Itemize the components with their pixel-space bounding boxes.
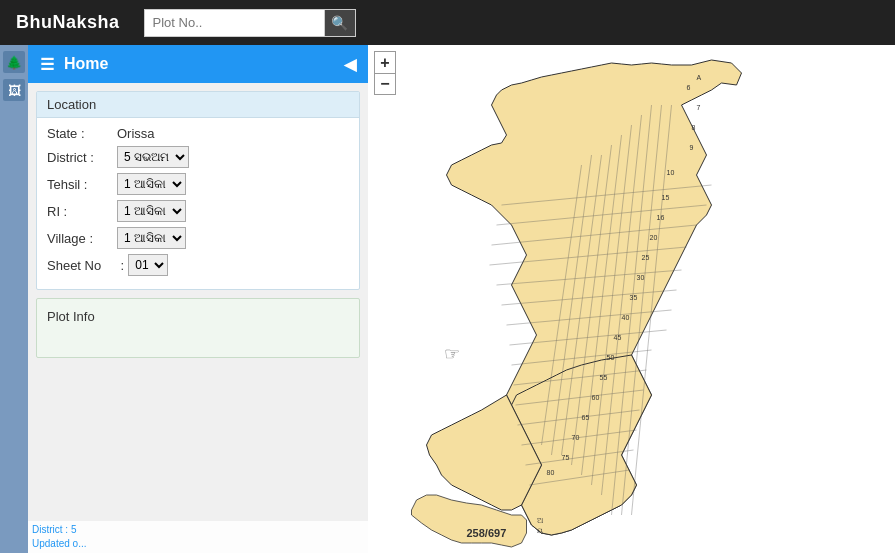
ri-row: RI : 1 ଆସିକା <box>47 200 349 222</box>
sidebar-header[interactable]: ☰ Home ◀ <box>28 45 368 83</box>
sidebar-title: Home <box>64 55 344 73</box>
map-canvas: A 6 7 8 9 96 10 15 16 20 25 30 35 40 <box>368 45 895 553</box>
plot-info-title: Plot Info <box>47 309 95 324</box>
status-line1: District : 5 <box>32 523 364 537</box>
sheet-select[interactable]: 01 <box>128 254 168 276</box>
location-header: Location <box>37 92 359 118</box>
sheet-colon: : <box>117 258 124 273</box>
svg-text:20: 20 <box>650 234 658 241</box>
svg-text:☞: ☞ <box>444 344 460 364</box>
main-layout: 🌲 🖼 ☰ Home ◀ Location State : Orissa Dis… <box>0 45 895 553</box>
svg-text:ଅ: ଅ <box>537 516 544 525</box>
svg-text:ୟ: ୟ <box>537 527 543 535</box>
svg-text:50: 50 <box>607 354 615 361</box>
svg-text:9: 9 <box>690 144 694 151</box>
tehsil-row: Tehsil : 1 ଆସିକା <box>47 173 349 195</box>
search-input[interactable] <box>144 9 324 37</box>
svg-text:A: A <box>697 74 702 81</box>
svg-text:45: 45 <box>614 334 622 341</box>
ri-select[interactable]: 1 ଆସିକା <box>117 200 186 222</box>
sheet-label: Sheet No <box>47 258 117 273</box>
map-plot-group: A 6 7 8 9 96 10 15 16 20 25 30 35 40 <box>412 60 896 547</box>
svg-text:25: 25 <box>642 254 650 261</box>
district-label: District : <box>47 150 117 165</box>
map-pointer-icon: ☞ <box>444 344 460 364</box>
plot-info-box: Plot Info <box>36 298 360 358</box>
district-row: District : 5 ସଭଅମ <box>47 146 349 168</box>
status-line2: Updated o... <box>32 537 364 551</box>
tree-icon[interactable]: 🌲 <box>3 51 25 73</box>
svg-text:10: 10 <box>667 169 675 176</box>
svg-text:70: 70 <box>572 434 580 441</box>
tehsil-label: Tehsil : <box>47 177 117 192</box>
svg-text:75: 75 <box>562 454 570 461</box>
svg-text:65: 65 <box>582 414 590 421</box>
state-label: State : <box>47 126 117 141</box>
state-value: Orissa <box>117 126 155 141</box>
district-select[interactable]: 5 ସଭଅମ <box>117 146 189 168</box>
map-area[interactable]: + − <box>368 45 895 553</box>
app-brand: BhuNaksha <box>16 12 120 33</box>
search-button[interactable]: 🔍 <box>324 9 356 37</box>
zoom-out-button[interactable]: − <box>374 73 396 95</box>
status-bar: District : 5 Updated o... <box>28 521 368 553</box>
tehsil-select[interactable]: 1 ଆସିକା <box>117 173 186 195</box>
svg-text:35: 35 <box>630 294 638 301</box>
village-row: Village : 1 ଆସିକା <box>47 227 349 249</box>
collapse-icon[interactable]: ◀ <box>344 55 356 74</box>
map-svg: A 6 7 8 9 96 10 15 16 20 25 30 35 40 <box>368 45 895 553</box>
svg-text:8: 8 <box>692 124 696 131</box>
search-wrap: 🔍 <box>144 9 356 37</box>
sidebar: ☰ Home ◀ Location State : Orissa Distric… <box>28 45 368 553</box>
svg-text:258/697: 258/697 <box>467 527 507 539</box>
search-icon: 🔍 <box>331 15 348 31</box>
svg-text:80: 80 <box>547 469 555 476</box>
navbar: BhuNaksha 🔍 <box>0 0 895 45</box>
svg-text:30: 30 <box>637 274 645 281</box>
svg-text:15: 15 <box>662 194 670 201</box>
svg-text:40: 40 <box>622 314 630 321</box>
hamburger-icon: ☰ <box>40 55 54 74</box>
image-icon[interactable]: 🖼 <box>3 79 25 101</box>
svg-text:60: 60 <box>592 394 600 401</box>
zoom-in-button[interactable]: + <box>374 51 396 73</box>
svg-text:16: 16 <box>657 214 665 221</box>
svg-text:7: 7 <box>697 104 701 111</box>
village-select[interactable]: 1 ଆସିକା <box>117 227 186 249</box>
icon-strip: 🌲 🖼 <box>0 45 28 553</box>
state-row: State : Orissa <box>47 126 349 141</box>
sheet-row: Sheet No : 01 <box>47 254 349 276</box>
location-body: State : Orissa District : 5 ସଭଅମ Tehsil … <box>37 118 359 289</box>
location-box: Location State : Orissa District : 5 ସଭଅ… <box>36 91 360 290</box>
village-label: Village : <box>47 231 117 246</box>
svg-text:6: 6 <box>687 84 691 91</box>
svg-text:55: 55 <box>600 374 608 381</box>
zoom-controls: + − <box>374 51 396 95</box>
ri-label: RI : <box>47 204 117 219</box>
